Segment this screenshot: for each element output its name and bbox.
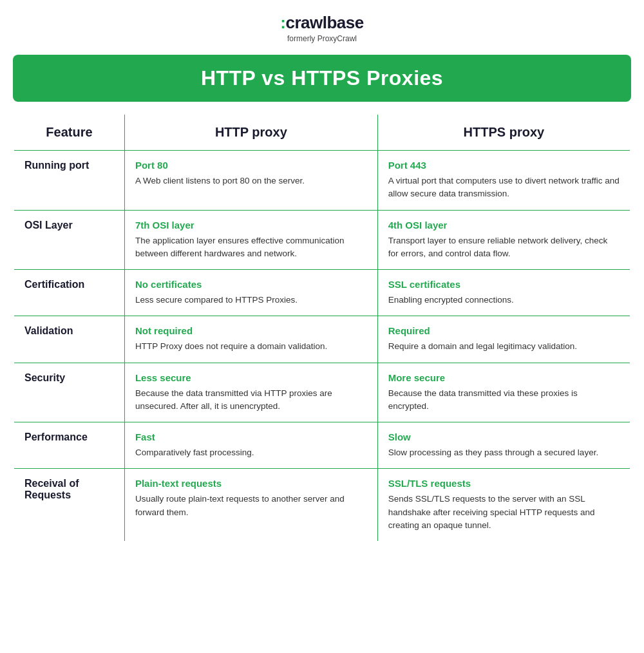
http-body-6: Usually route plain-text requests to ano…	[135, 493, 367, 519]
https-title-4: More secure	[388, 372, 620, 383]
https-cell-2: SSL certificatesEnabling encrypted conne…	[377, 270, 630, 316]
https-cell-0: Port 443A virtual port that computers us…	[377, 151, 630, 211]
table-row: SecurityLess secureBecause the data tran…	[14, 363, 630, 422]
https-cell-5: SlowSlow processing as they pass through…	[377, 422, 630, 469]
feature-cell-4: Security	[14, 363, 124, 422]
header-https: HTTPS proxy	[377, 114, 630, 151]
logo-area: :crawlbase formerly ProxyCrawl	[280, 13, 363, 43]
https-title-6: SSL/TLS requests	[388, 478, 620, 489]
http-title-1: 7th OSI layer	[135, 220, 367, 231]
http-title-0: Port 80	[135, 160, 367, 171]
table-row: Running portPort 80A Web client listens …	[14, 151, 630, 211]
https-body-4: Because the data transmitted via these p…	[388, 387, 620, 413]
http-title-6: Plain-text requests	[135, 478, 367, 489]
header-http: HTTP proxy	[124, 114, 377, 151]
http-body-5: Comparatively fast processing.	[135, 446, 367, 459]
page-title: HTTP vs HTTPS Proxies	[26, 66, 618, 90]
feature-cell-2: Certification	[14, 270, 124, 316]
table-row: Receival of RequestsPlain-text requestsU…	[14, 469, 630, 542]
http-body-1: The application layer ensures effective …	[135, 234, 367, 261]
feature-cell-6: Receival of Requests	[14, 469, 124, 542]
https-body-2: Enabling encrypted connections.	[388, 294, 620, 307]
http-body-3: HTTP Proxy does not require a domain val…	[135, 340, 367, 353]
https-body-5: Slow processing as they pass through a s…	[388, 446, 620, 459]
http-cell-6: Plain-text requestsUsually route plain-t…	[124, 469, 377, 542]
https-body-3: Require a domain and legal legitimacy va…	[388, 340, 620, 353]
https-cell-4: More secureBecause the data transmitted …	[377, 363, 630, 422]
http-cell-2: No certificatesLess secure compared to H…	[124, 270, 377, 316]
http-cell-1: 7th OSI layerThe application layer ensur…	[124, 210, 377, 270]
feature-cell-3: Validation	[14, 316, 124, 363]
table-row: CertificationNo certificatesLess secure …	[14, 270, 630, 316]
logo: :crawlbase	[280, 13, 363, 33]
feature-cell-5: Performance	[14, 422, 124, 469]
http-title-5: Fast	[135, 431, 367, 442]
http-cell-5: FastComparatively fast processing.	[124, 422, 377, 469]
http-cell-3: Not requiredHTTP Proxy does not require …	[124, 316, 377, 363]
https-title-3: Required	[388, 325, 620, 336]
http-title-4: Less secure	[135, 372, 367, 383]
http-cell-4: Less secureBecause the data transmitted …	[124, 363, 377, 422]
https-body-0: A virtual port that computers use to div…	[388, 175, 620, 201]
title-banner: HTTP vs HTTPS Proxies	[13, 55, 631, 102]
table-row: OSI Layer7th OSI layerThe application la…	[14, 210, 630, 270]
https-body-1: Transport layer to ensure reliable netwo…	[388, 234, 620, 261]
logo-subtitle: formerly ProxyCrawl	[287, 34, 357, 43]
http-body-0: A Web client listens to port 80 on the s…	[135, 175, 367, 187]
table-row: PerformanceFastComparatively fast proces…	[14, 422, 630, 469]
feature-cell-1: OSI Layer	[14, 210, 124, 270]
https-cell-6: SSL/TLS requestsSends SSL/TLS requests t…	[377, 469, 630, 542]
https-body-6: Sends SSL/TLS requests to the server wit…	[388, 493, 620, 532]
header-feature: Feature	[14, 114, 124, 151]
http-body-4: Because the data transmitted via HTTP pr…	[135, 387, 367, 413]
comparison-table: Feature HTTP proxy HTTPS proxy Running p…	[13, 113, 631, 542]
https-title-0: Port 443	[388, 160, 620, 171]
https-cell-3: RequiredRequire a domain and legal legit…	[377, 316, 630, 363]
https-cell-1: 4th OSI layerTransport layer to ensure r…	[377, 210, 630, 270]
http-title-2: No certificates	[135, 279, 367, 290]
https-title-2: SSL certificates	[388, 279, 620, 290]
feature-cell-0: Running port	[14, 151, 124, 211]
table-row: ValidationNot requiredHTTP Proxy does no…	[14, 316, 630, 363]
http-body-2: Less secure compared to HTTPS Proxies.	[135, 294, 367, 307]
https-title-1: 4th OSI layer	[388, 220, 620, 231]
http-title-3: Not required	[135, 325, 367, 336]
https-title-5: Slow	[388, 431, 620, 442]
http-cell-0: Port 80A Web client listens to port 80 o…	[124, 151, 377, 211]
